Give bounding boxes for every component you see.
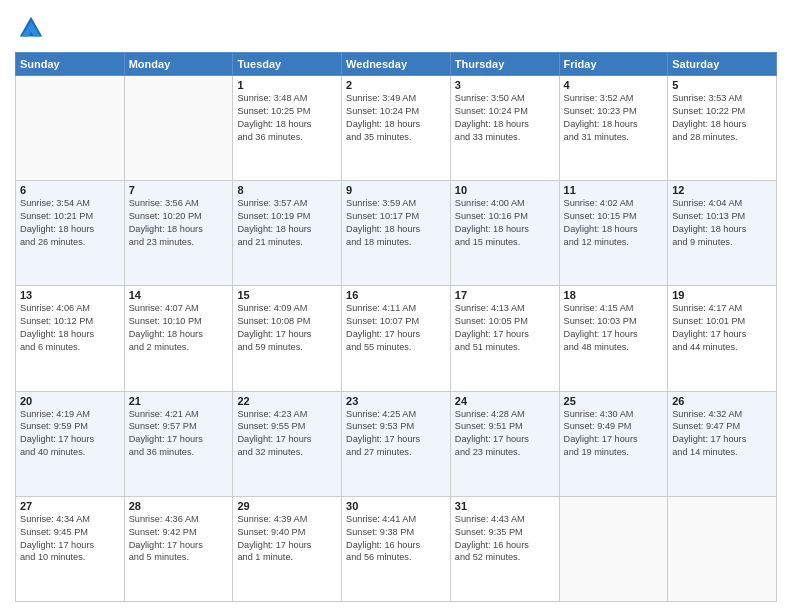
- calendar-cell: 26Sunrise: 4:32 AMSunset: 9:47 PMDayligh…: [668, 391, 777, 496]
- calendar-cell: 12Sunrise: 4:04 AMSunset: 10:13 PMDaylig…: [668, 181, 777, 286]
- cell-text-line: Daylight: 17 hours: [237, 539, 337, 552]
- cell-text-line: and 52 minutes.: [455, 551, 555, 564]
- cell-text-line: Sunrise: 3:52 AM: [564, 92, 664, 105]
- day-number: 3: [455, 79, 555, 91]
- calendar-week-4: 20Sunrise: 4:19 AMSunset: 9:59 PMDayligh…: [16, 391, 777, 496]
- calendar-cell: 23Sunrise: 4:25 AMSunset: 9:53 PMDayligh…: [342, 391, 451, 496]
- day-number: 19: [672, 289, 772, 301]
- calendar-header-row: SundayMondayTuesdayWednesdayThursdayFrid…: [16, 53, 777, 76]
- cell-text-line: Daylight: 18 hours: [672, 118, 772, 131]
- cell-text-line: Sunset: 10:13 PM: [672, 210, 772, 223]
- cell-text-line: and 33 minutes.: [455, 131, 555, 144]
- cell-text-line: Daylight: 18 hours: [237, 118, 337, 131]
- calendar-cell: [124, 76, 233, 181]
- cell-text-line: Sunrise: 4:30 AM: [564, 408, 664, 421]
- cell-text-line: Sunrise: 4:39 AM: [237, 513, 337, 526]
- day-number: 24: [455, 395, 555, 407]
- day-number: 22: [237, 395, 337, 407]
- day-number: 14: [129, 289, 229, 301]
- cell-text-line: Sunset: 10:22 PM: [672, 105, 772, 118]
- day-number: 31: [455, 500, 555, 512]
- cell-text-line: Daylight: 17 hours: [237, 328, 337, 341]
- cell-text-line: Daylight: 18 hours: [564, 223, 664, 236]
- cell-text-line: Sunset: 9:40 PM: [237, 526, 337, 539]
- cell-text-line: and 12 minutes.: [564, 236, 664, 249]
- calendar-cell: 20Sunrise: 4:19 AMSunset: 9:59 PMDayligh…: [16, 391, 125, 496]
- calendar-cell: 30Sunrise: 4:41 AMSunset: 9:38 PMDayligh…: [342, 496, 451, 601]
- cell-text-line: and 31 minutes.: [564, 131, 664, 144]
- cell-text-line: and 32 minutes.: [237, 446, 337, 459]
- cell-text-line: and 51 minutes.: [455, 341, 555, 354]
- logo: [15, 14, 45, 46]
- cell-text-line: Sunset: 9:42 PM: [129, 526, 229, 539]
- calendar-cell: 11Sunrise: 4:02 AMSunset: 10:15 PMDaylig…: [559, 181, 668, 286]
- cell-text-line: and 9 minutes.: [672, 236, 772, 249]
- cell-text-line: Sunrise: 3:48 AM: [237, 92, 337, 105]
- calendar-cell: 21Sunrise: 4:21 AMSunset: 9:57 PMDayligh…: [124, 391, 233, 496]
- day-number: 2: [346, 79, 446, 91]
- cell-text-line: Sunrise: 3:59 AM: [346, 197, 446, 210]
- cell-text-line: Daylight: 18 hours: [20, 223, 120, 236]
- cell-text-line: Sunset: 10:03 PM: [564, 315, 664, 328]
- day-number: 15: [237, 289, 337, 301]
- cell-text-line: Sunrise: 4:43 AM: [455, 513, 555, 526]
- calendar-cell: 9Sunrise: 3:59 AMSunset: 10:17 PMDayligh…: [342, 181, 451, 286]
- calendar-cell: 29Sunrise: 4:39 AMSunset: 9:40 PMDayligh…: [233, 496, 342, 601]
- cell-text-line: Sunset: 10:20 PM: [129, 210, 229, 223]
- cell-text-line: and 21 minutes.: [237, 236, 337, 249]
- cell-text-line: Sunset: 10:21 PM: [20, 210, 120, 223]
- cell-text-line: Sunrise: 4:00 AM: [455, 197, 555, 210]
- cell-text-line: Sunset: 9:51 PM: [455, 420, 555, 433]
- col-header-friday: Friday: [559, 53, 668, 76]
- cell-text-line: Sunset: 10:25 PM: [237, 105, 337, 118]
- cell-text-line: Sunrise: 4:06 AM: [20, 302, 120, 315]
- cell-text-line: and 23 minutes.: [455, 446, 555, 459]
- col-header-wednesday: Wednesday: [342, 53, 451, 76]
- header: [15, 10, 777, 46]
- cell-text-line: Sunrise: 4:17 AM: [672, 302, 772, 315]
- calendar-cell: 10Sunrise: 4:00 AMSunset: 10:16 PMDaylig…: [450, 181, 559, 286]
- cell-text-line: Daylight: 18 hours: [129, 328, 229, 341]
- cell-text-line: Sunrise: 4:19 AM: [20, 408, 120, 421]
- col-header-thursday: Thursday: [450, 53, 559, 76]
- calendar-week-3: 13Sunrise: 4:06 AMSunset: 10:12 PMDaylig…: [16, 286, 777, 391]
- cell-text-line: Sunrise: 4:09 AM: [237, 302, 337, 315]
- day-number: 11: [564, 184, 664, 196]
- cell-text-line: and 28 minutes.: [672, 131, 772, 144]
- calendar-cell: 31Sunrise: 4:43 AMSunset: 9:35 PMDayligh…: [450, 496, 559, 601]
- calendar-cell: [559, 496, 668, 601]
- cell-text-line: Sunset: 9:49 PM: [564, 420, 664, 433]
- cell-text-line: Daylight: 17 hours: [564, 328, 664, 341]
- cell-text-line: and 44 minutes.: [672, 341, 772, 354]
- cell-text-line: Sunrise: 3:56 AM: [129, 197, 229, 210]
- calendar-cell: 28Sunrise: 4:36 AMSunset: 9:42 PMDayligh…: [124, 496, 233, 601]
- cell-text-line: and 36 minutes.: [129, 446, 229, 459]
- cell-text-line: and 1 minute.: [237, 551, 337, 564]
- cell-text-line: Daylight: 18 hours: [672, 223, 772, 236]
- cell-text-line: Daylight: 17 hours: [237, 433, 337, 446]
- calendar-table: SundayMondayTuesdayWednesdayThursdayFrid…: [15, 52, 777, 602]
- cell-text-line: Daylight: 17 hours: [129, 433, 229, 446]
- cell-text-line: Daylight: 18 hours: [346, 118, 446, 131]
- calendar-cell: 24Sunrise: 4:28 AMSunset: 9:51 PMDayligh…: [450, 391, 559, 496]
- cell-text-line: Daylight: 17 hours: [455, 328, 555, 341]
- cell-text-line: and 55 minutes.: [346, 341, 446, 354]
- cell-text-line: Daylight: 16 hours: [455, 539, 555, 552]
- day-number: 18: [564, 289, 664, 301]
- cell-text-line: Sunrise: 4:13 AM: [455, 302, 555, 315]
- day-number: 1: [237, 79, 337, 91]
- cell-text-line: Sunrise: 4:23 AM: [237, 408, 337, 421]
- calendar-cell: 1Sunrise: 3:48 AMSunset: 10:25 PMDayligh…: [233, 76, 342, 181]
- calendar-cell: 14Sunrise: 4:07 AMSunset: 10:10 PMDaylig…: [124, 286, 233, 391]
- cell-text-line: Sunset: 9:35 PM: [455, 526, 555, 539]
- cell-text-line: Daylight: 18 hours: [455, 118, 555, 131]
- calendar-cell: 25Sunrise: 4:30 AMSunset: 9:49 PMDayligh…: [559, 391, 668, 496]
- cell-text-line: Sunset: 10:23 PM: [564, 105, 664, 118]
- cell-text-line: and 26 minutes.: [20, 236, 120, 249]
- cell-text-line: and 10 minutes.: [20, 551, 120, 564]
- calendar-cell: 2Sunrise: 3:49 AMSunset: 10:24 PMDayligh…: [342, 76, 451, 181]
- cell-text-line: Sunrise: 4:32 AM: [672, 408, 772, 421]
- calendar-cell: 3Sunrise: 3:50 AMSunset: 10:24 PMDayligh…: [450, 76, 559, 181]
- col-header-saturday: Saturday: [668, 53, 777, 76]
- calendar-week-1: 1Sunrise: 3:48 AMSunset: 10:25 PMDayligh…: [16, 76, 777, 181]
